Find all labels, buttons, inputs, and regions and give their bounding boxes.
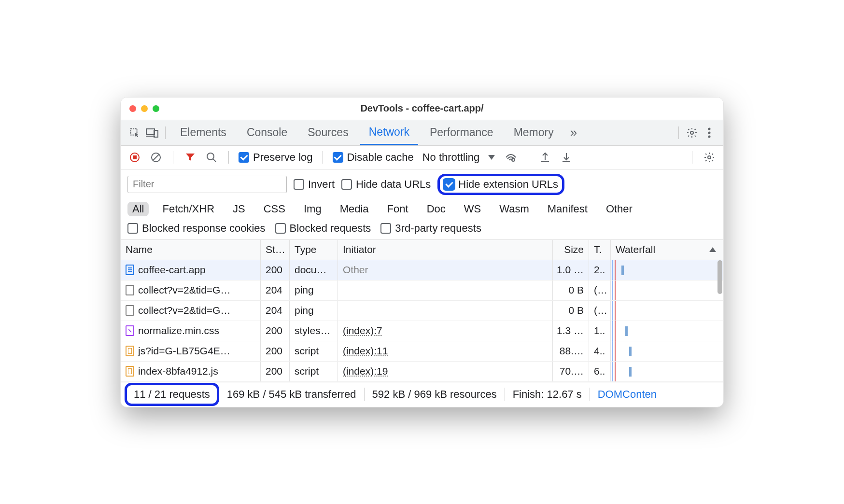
request-time: (… xyxy=(589,280,611,300)
tab-network[interactable]: Network xyxy=(360,120,418,145)
request-initiator[interactable]: (index):7 xyxy=(338,321,553,341)
table-row[interactable]: collect?v=2&tid=G… 204 ping 0 B (… xyxy=(121,280,723,301)
col-initiator[interactable]: Initiator xyxy=(338,240,553,260)
panel-settings-gear-icon[interactable] xyxy=(702,150,717,165)
type-ws[interactable]: WS xyxy=(459,202,486,216)
blocked-requests-checkbox[interactable]: Blocked requests xyxy=(275,222,371,235)
third-party-checkbox[interactable]: 3rd-party requests xyxy=(380,222,481,235)
inspect-element-icon[interactable] xyxy=(127,126,142,140)
type-font[interactable]: Font xyxy=(382,202,413,216)
request-status: 200 xyxy=(261,341,290,361)
table-row[interactable]: coffee-cart.app 200 docu… Other 1.0 … 2.… xyxy=(121,260,723,280)
settings-gear-icon[interactable] xyxy=(685,126,699,140)
file-css-icon xyxy=(126,325,134,336)
request-status: 200 xyxy=(261,362,290,381)
col-time[interactable]: T. xyxy=(589,240,611,260)
tab-console[interactable]: Console xyxy=(238,120,296,145)
record-button[interactable] xyxy=(127,150,142,165)
request-initiator[interactable]: (index):11 xyxy=(338,341,553,361)
throttling-select[interactable]: No throttling xyxy=(421,151,497,164)
tab-sources[interactable]: Sources xyxy=(299,120,357,145)
svg-rect-1 xyxy=(146,129,155,135)
type-other[interactable]: Other xyxy=(601,202,637,216)
tab-elements[interactable]: Elements xyxy=(171,120,235,145)
checkbox-checked-icon xyxy=(239,152,249,163)
network-conditions-icon[interactable] xyxy=(504,150,518,165)
file-js-icon xyxy=(126,366,134,377)
table-row[interactable]: index-8bfa4912.js 200 script (index):19 … xyxy=(121,362,723,382)
svg-point-5 xyxy=(708,127,711,130)
request-size: 1.0 … xyxy=(553,260,589,280)
resources-size: 592 kB / 969 kB resources xyxy=(365,388,505,401)
checkbox-icon xyxy=(275,223,286,234)
col-status[interactable]: St… xyxy=(261,240,290,260)
type-img[interactable]: Img xyxy=(299,202,326,216)
blocked-cookies-checkbox[interactable]: Blocked response cookies xyxy=(127,222,266,235)
request-type: styles… xyxy=(290,321,338,341)
domcontent-link[interactable]: DOMConten xyxy=(590,388,664,401)
request-status: 200 xyxy=(261,321,290,341)
svg-point-6 xyxy=(708,131,711,134)
clear-button[interactable] xyxy=(149,150,163,165)
disable-cache-label: Disable cache xyxy=(347,151,414,164)
window-title: DevTools - coffee-cart.app/ xyxy=(121,103,723,114)
request-initiator[interactable]: (index):19 xyxy=(338,362,553,381)
kebab-menu-icon[interactable] xyxy=(702,126,717,140)
filter-toggle-icon[interactable] xyxy=(183,150,197,165)
tab-memory[interactable]: Memory xyxy=(505,120,563,145)
more-tabs-button[interactable]: » xyxy=(565,125,580,140)
export-har-icon[interactable] xyxy=(538,150,552,165)
filter-input[interactable] xyxy=(127,176,287,193)
search-icon[interactable] xyxy=(204,150,219,165)
requests-count-highlight: 11 / 21 requests xyxy=(125,383,219,406)
col-type[interactable]: Type xyxy=(290,240,338,260)
request-waterfall xyxy=(611,280,723,300)
table-row[interactable]: collect?v=2&tid=G… 204 ping 0 B (… xyxy=(121,301,723,321)
hide-extension-urls-checkbox[interactable]: Hide extension URLs xyxy=(444,178,558,191)
type-manifest[interactable]: Manifest xyxy=(543,202,592,216)
svg-rect-9 xyxy=(133,155,137,159)
type-css[interactable]: CSS xyxy=(259,202,290,216)
type-all[interactable]: All xyxy=(127,202,149,216)
device-toolbar-icon[interactable] xyxy=(145,126,159,140)
svg-point-14 xyxy=(512,158,515,161)
request-initiator xyxy=(338,301,553,321)
tab-performance[interactable]: Performance xyxy=(421,120,502,145)
invert-checkbox[interactable]: Invert xyxy=(294,178,335,191)
svg-point-7 xyxy=(708,135,711,138)
filter-bar: Invert Hide data URLs Hide extension URL… xyxy=(121,170,723,199)
type-js[interactable]: JS xyxy=(228,202,250,216)
request-type: ping xyxy=(290,280,338,300)
request-name: js?id=G-LB75G4E… xyxy=(138,345,230,357)
preserve-log-checkbox[interactable]: Preserve log xyxy=(239,151,313,164)
main-tab-strip: Elements Console Sources Network Perform… xyxy=(121,120,723,146)
svg-point-17 xyxy=(708,156,711,159)
minimize-window-button[interactable] xyxy=(141,105,148,112)
type-wasm[interactable]: Wasm xyxy=(494,202,534,216)
close-window-button[interactable] xyxy=(129,105,136,112)
type-media[interactable]: Media xyxy=(335,202,374,216)
hide-ext-label: Hide extension URLs xyxy=(458,178,558,191)
import-har-icon[interactable] xyxy=(559,150,574,165)
request-time: 4.. xyxy=(589,341,611,361)
throttling-value: No throttling xyxy=(422,151,480,164)
maximize-window-button[interactable] xyxy=(153,105,159,112)
request-name: coffee-cart.app xyxy=(138,264,206,276)
hide-data-label: Hide data URLs xyxy=(356,178,431,191)
file-doc-icon xyxy=(126,265,134,275)
file-plain-icon xyxy=(126,285,134,295)
col-waterfall[interactable]: Waterfall xyxy=(611,240,723,260)
disable-cache-checkbox[interactable]: Disable cache xyxy=(333,151,414,164)
checkbox-icon xyxy=(341,179,352,190)
type-fetch[interactable]: Fetch/XHR xyxy=(157,202,219,216)
type-doc[interactable]: Doc xyxy=(422,202,450,216)
requests-count: 11 / 21 requests xyxy=(134,388,210,400)
request-initiator: Other xyxy=(338,260,553,280)
table-row[interactable]: js?id=G-LB75G4E… 200 script (index):11 8… xyxy=(121,341,723,362)
devtools-window: DevTools - coffee-cart.app/ Elements Con… xyxy=(120,97,724,407)
table-row[interactable]: normalize.min.css 200 styles… (index):7 … xyxy=(121,321,723,341)
request-name: index-8bfa4912.js xyxy=(138,365,218,377)
col-size[interactable]: Size xyxy=(553,240,589,260)
hide-data-urls-checkbox[interactable]: Hide data URLs xyxy=(341,178,431,191)
col-name[interactable]: Name xyxy=(121,240,261,260)
